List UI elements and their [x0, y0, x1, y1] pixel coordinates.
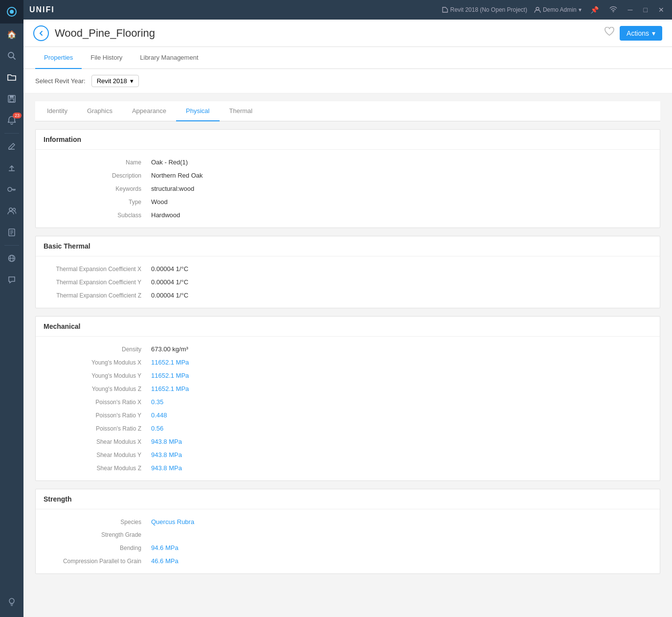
main-tabs: Properties File History Library Manageme… — [23, 47, 672, 69]
content-area: Properties File History Library Manageme… — [23, 47, 672, 617]
prop-label: Type — [44, 199, 151, 206]
sub-tab-appearance[interactable]: Appearance — [122, 101, 176, 121]
prop-value: 943.8 MPa — [151, 464, 182, 472]
maximize-button[interactable]: □ — [642, 5, 650, 15]
prop-label: Compression Parallel to Grain — [44, 558, 151, 565]
prop-label: Description — [44, 172, 151, 179]
table-row: Strength Grade — [44, 528, 652, 541]
table-row: Keywords structural:wood — [44, 182, 652, 195]
revit-year-select[interactable]: Revit 2018 ▾ — [91, 75, 139, 87]
tab-library-management[interactable]: Library Management — [131, 47, 207, 69]
prop-label: Name — [44, 159, 151, 166]
prop-value: 0.00004 1/°C — [151, 265, 188, 273]
sidebar-item-folder[interactable] — [0, 67, 23, 88]
table-row: Subclass Hardwood — [44, 208, 652, 222]
sidebar-item-bulb[interactable] — [0, 592, 23, 613]
sub-tab-identity[interactable]: Identity — [37, 101, 77, 121]
prop-value: 11652.1 MPa — [151, 359, 189, 366]
actions-chevron-icon: ▾ — [652, 29, 655, 37]
revit-info-text: Revit 2018 (No Open Project) — [450, 6, 527, 13]
prop-value: 11652.1 MPa — [151, 385, 189, 392]
prop-value: 943.8 MPa — [151, 451, 182, 458]
prop-value: 943.8 MPa — [151, 438, 182, 445]
table-row: Description Northern Red Oak — [44, 169, 652, 182]
prop-label: Thermal Expansion Coefficient X — [44, 266, 151, 273]
prop-label: Subclass — [44, 212, 151, 219]
section-basic-thermal-body: Thermal Expansion Coefficient X 0.00004 … — [36, 256, 660, 308]
sidebar-item-users[interactable] — [0, 200, 23, 222]
table-row: Young's Modulus Y 11652.1 MPa — [44, 369, 652, 382]
svg-point-1 — [10, 10, 14, 14]
svg-point-15 — [13, 208, 16, 211]
revit-year-chevron: ▾ — [130, 77, 134, 85]
table-row: Young's Modulus Z 11652.1 MPa — [44, 382, 652, 395]
prop-label: Density — [44, 346, 151, 353]
sidebar-item-search[interactable] — [0, 45, 23, 67]
sidebar-item-key[interactable] — [0, 179, 23, 200]
table-row: Poisson's Ratio X 0.35 — [44, 395, 652, 409]
sidebar-item-upload[interactable] — [0, 157, 23, 179]
svg-point-14 — [9, 208, 12, 211]
prop-value: Hardwood — [151, 211, 180, 219]
sidebar-divider-1 — [4, 133, 19, 134]
actions-button[interactable]: Actions ▾ — [620, 26, 662, 41]
sub-tab-graphics[interactable]: Graphics — [77, 101, 122, 121]
table-row: Species Quercus Rubra — [44, 515, 652, 528]
user-info: Demo Admin ▾ — [534, 6, 582, 13]
section-basic-thermal-title: Basic Thermal — [36, 236, 660, 256]
table-row: Poisson's Ratio Z 0.56 — [44, 422, 652, 435]
prop-label: Thermal Expansion Coefficient Z — [44, 292, 151, 299]
table-row: Density 673.00 kg/m³ — [44, 343, 652, 356]
app-name: UNIFI — [29, 5, 55, 14]
sidebar-item-globe[interactable] — [0, 248, 23, 269]
sidebar-item-home[interactable]: 🏠 — [0, 23, 23, 45]
prop-label: Young's Modulus Y — [44, 372, 151, 379]
prop-label: Poisson's Ratio Z — [44, 425, 151, 432]
prop-label: Shear Modulus Z — [44, 465, 151, 472]
section-strength: Strength Species Quercus Rubra Strength … — [35, 489, 660, 574]
sub-tabs: Identity Graphics Appearance Physical Th… — [35, 101, 660, 121]
app-logo — [0, 0, 23, 23]
sidebar-item-chat[interactable] — [0, 269, 23, 291]
prop-value: 0.35 — [151, 398, 163, 406]
revit-icon — [442, 6, 448, 13]
back-button[interactable] — [33, 25, 49, 41]
table-row: Thermal Expansion Coefficient Z 0.00004 … — [44, 289, 652, 302]
pin-button[interactable]: 📌 — [588, 5, 601, 15]
prop-value: 46.6 MPa — [151, 557, 179, 565]
sidebar-divider-2 — [4, 245, 19, 246]
alert-badge: 23 — [13, 113, 22, 118]
user-icon — [534, 6, 541, 13]
prop-value: Northern Red Oak — [151, 172, 203, 179]
actions-label: Actions — [627, 29, 649, 37]
user-dropdown-icon[interactable]: ▾ — [579, 6, 582, 13]
minimize-button[interactable]: ─ — [626, 5, 635, 15]
prop-value: 0.00004 1/°C — [151, 278, 188, 286]
main-area: UNIFI Revit 2018 (No Open Project) Demo … — [23, 0, 672, 617]
prop-value: Oak - Red(1) — [151, 159, 188, 166]
svg-point-26 — [612, 12, 613, 12]
sub-tab-physical[interactable]: Physical — [176, 101, 219, 121]
prop-label: Young's Modulus X — [44, 359, 151, 366]
close-button[interactable]: ✕ — [656, 5, 666, 15]
prop-value: 0.56 — [151, 425, 163, 432]
table-row: Shear Modulus Y 943.8 MPa — [44, 448, 652, 461]
sidebar-item-alert[interactable]: 23 — [0, 110, 23, 131]
table-row: Bending 94.6 MPa — [44, 541, 652, 554]
prop-value: 0.00004 1/°C — [151, 292, 188, 299]
sidebar-item-book[interactable] — [0, 222, 23, 243]
revit-year-value: Revit 2018 — [97, 77, 127, 85]
section-information: Information Name Oak - Red(1) Descriptio… — [35, 129, 660, 228]
sub-tab-thermal[interactable]: Thermal — [220, 101, 263, 121]
svg-rect-6 — [10, 99, 14, 102]
prop-value: 94.6 MPa — [151, 544, 179, 551]
sidebar-item-save[interactable] — [0, 88, 23, 110]
inner-content: Select Revit Year: Revit 2018 ▾ Identity… — [23, 69, 672, 617]
sidebar-item-edit[interactable] — [0, 136, 23, 157]
tab-properties[interactable]: Properties — [35, 47, 82, 69]
tab-file-history[interactable]: File History — [82, 47, 131, 69]
wifi-button[interactable] — [607, 5, 619, 15]
favorite-button[interactable] — [604, 27, 615, 39]
topbar-right: Revit 2018 (No Open Project) Demo Admin … — [442, 5, 667, 15]
table-row: Poisson's Ratio Y 0.448 — [44, 409, 652, 422]
